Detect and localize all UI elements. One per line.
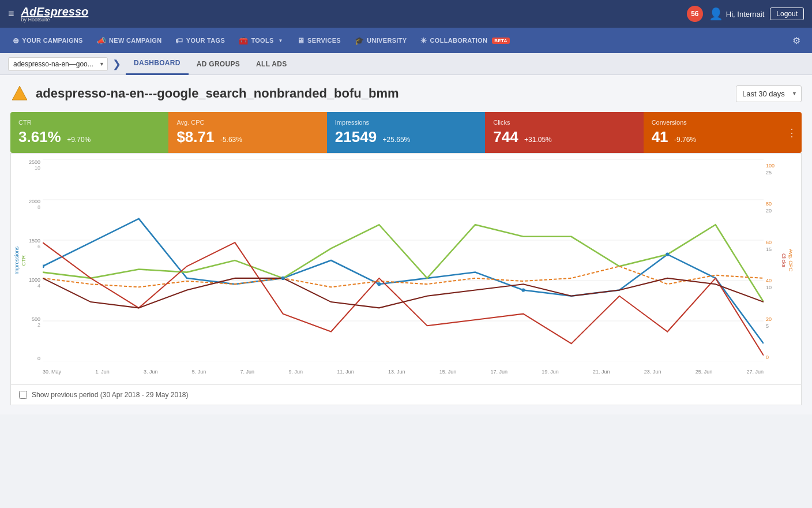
notification-badge[interactable]: 56	[687, 6, 703, 22]
metrics-bar: CTR 3.61% +9.70% Avg. CPC $8.71 -5.63% I…	[10, 112, 802, 153]
show-prev-checkbox[interactable]	[19, 391, 27, 399]
x-label-7: 13. Jun	[388, 369, 405, 375]
chart-svg	[43, 159, 764, 361]
metric-avg-cpc[interactable]: Avg. CPC $8.71 -5.63%	[168, 112, 326, 153]
campaign-title-row: adespresso-na-en---google_search_nonbran…	[10, 84, 802, 103]
y-label-clicks: Clicks	[781, 253, 787, 267]
nav-label-services: SERVICES	[307, 37, 341, 44]
metric-imp-label: Impressions	[335, 119, 477, 126]
top-navbar: ≡ AdEspresso by Hootsuite 56 👤 Hi, Inter…	[0, 0, 812, 28]
y-left-1500: 1500	[29, 238, 40, 244]
svg-marker-0	[12, 86, 27, 100]
y-left-0: 0	[37, 356, 40, 361]
chart-container: 2500 10 2000 8 1500 6 1000 4 500 2	[10, 153, 802, 385]
x-label-2: 3. Jun	[144, 369, 158, 375]
y-left-10: 10	[35, 165, 40, 171]
metric-conv-change: -9.76%	[674, 136, 696, 144]
x-label-9: 17. Jun	[491, 369, 508, 375]
x-label-5: 9. Jun	[288, 369, 303, 375]
metric-imp-change: +25.65%	[383, 136, 411, 144]
metric-ctr-change: +9.70%	[67, 136, 91, 144]
top-right: 56 👤 Hi, Internait Logout	[687, 6, 804, 22]
metric-clicks-label: Clicks	[493, 119, 635, 126]
logo-sub: by Hootsuite	[21, 17, 89, 23]
y-left-1000: 1000	[29, 277, 40, 283]
sidebar-item-collaboration[interactable]: ✳ COLLABORATION Beta	[413, 28, 516, 53]
x-label-0: 30. May	[43, 369, 61, 375]
tools-dropdown-icon: ▼	[279, 38, 283, 43]
y-left-500: 500	[32, 316, 40, 322]
ctr-line	[43, 242, 764, 356]
chart-wrapper: 2500 10 2000 8 1500 6 1000 4 500 2	[11, 159, 795, 379]
nav-label-tools: TOOLS	[251, 37, 273, 44]
hamburger-icon[interactable]: ≡	[8, 8, 14, 20]
y-right-100: 100	[766, 163, 775, 169]
y-label-ctr: CTR	[21, 255, 27, 266]
metric-clicks[interactable]: Clicks 744 +31.05%	[485, 112, 643, 153]
tab-ad-groups[interactable]: AD GROUPS	[189, 53, 248, 75]
second-navbar: ⊕ YOUR CAMPAIGNS 📣 NEW CAMPAIGN 🏷 YOUR T…	[0, 28, 812, 53]
sidebar-item-services[interactable]: 🖥 SERVICES	[290, 28, 348, 53]
campaigns-icon: ⊕	[13, 36, 19, 45]
show-prev-label[interactable]: Show previous period (30 Apr 2018 - 29 M…	[32, 391, 189, 399]
y-label-ctr-wrap: CTR	[20, 159, 27, 361]
tab-all-ads[interactable]: ALL ADS	[248, 53, 295, 75]
campaign-select[interactable]: adespresso-na-en—goo...	[8, 57, 108, 71]
sidebar-item-your-campaigns[interactable]: ⊕ YOUR CAMPAIGNS	[6, 28, 90, 53]
metric-conversions[interactable]: Conversions 41 -9.76%	[644, 112, 802, 153]
metric-ctr[interactable]: CTR 3.61% +9.70%	[10, 112, 168, 153]
y-left-4: 4	[37, 283, 40, 289]
x-label-4: 7. Jun	[240, 369, 255, 375]
metric-conv-label: Conversions	[652, 119, 794, 126]
metrics-more-button[interactable]: ⋮	[787, 126, 797, 139]
y-right-20: 20	[766, 316, 772, 322]
x-label-1: 1. Jun	[95, 369, 110, 375]
metric-ctr-value: 3.61%	[18, 128, 61, 145]
sidebar-item-university[interactable]: 🎓 UNIVERSITY	[348, 28, 413, 53]
svg-point-10	[377, 282, 381, 286]
breadcrumb-tabs: DASHBOARD AD GROUPS ALL ADS	[126, 53, 295, 75]
sidebar-item-tools[interactable]: 🧰 TOOLS ▼	[232, 28, 290, 53]
settings-gear-icon[interactable]: ⚙	[787, 35, 806, 46]
nav-label-campaigns: YOUR CAMPAIGNS	[22, 37, 82, 44]
x-label-12: 23. Jun	[644, 369, 661, 375]
beta-badge: Beta	[492, 38, 509, 44]
metric-cpc-value: $8.71	[176, 128, 214, 145]
y-right-0: 0	[766, 354, 769, 360]
metric-cpc-change: -5.63%	[220, 136, 242, 144]
y-left-2: 2	[37, 322, 40, 328]
logo-area: AdEspresso by Hootsuite	[21, 6, 89, 23]
y-label-impressions-wrap: Impressions	[13, 159, 20, 361]
sidebar-item-new-campaign[interactable]: 📣 NEW CAMPAIGN	[90, 28, 169, 53]
metric-cpc-label: Avg. CPC	[176, 119, 318, 126]
show-prev-row: Show previous period (30 Apr 2018 - 29 M…	[10, 385, 802, 405]
user-avatar-icon: 👤	[709, 7, 723, 21]
breadcrumb-bar: adespresso-na-en—goo... ❯ DASHBOARD AD G…	[0, 53, 812, 75]
tab-dashboard[interactable]: DASHBOARD	[126, 53, 189, 75]
y-label-cpc-wrap: Avg. CPC	[787, 159, 794, 361]
user-area: 👤 Hi, Internait	[709, 7, 764, 21]
x-label-6: 11. Jun	[337, 369, 354, 375]
collaboration-icon: ✳	[420, 36, 427, 45]
nav-label-tags: YOUR TAGS	[186, 37, 225, 44]
date-range-select-wrap[interactable]: Last 7 days Last 14 days Last 30 days La…	[736, 85, 802, 102]
nav-label-collaboration: COLLABORATION	[430, 37, 488, 44]
y-left-6: 6	[37, 244, 40, 249]
x-label-11: 21. Jun	[593, 369, 610, 375]
y-label-clicks-wrap: Clicks	[780, 159, 787, 361]
metric-impressions[interactable]: Impressions 21549 +25.65%	[327, 112, 485, 153]
logout-button[interactable]: Logout	[770, 8, 804, 20]
main-content: adespresso-na-en---google_search_nonbran…	[0, 75, 812, 414]
sidebar-item-your-tags[interactable]: 🏷 YOUR TAGS	[168, 28, 232, 53]
y-right-40: 40	[766, 278, 772, 283]
svg-point-11	[521, 288, 525, 292]
svg-point-9	[281, 277, 285, 280]
x-axis-labels: 30. May 1. Jun 3. Jun 5. Jun 7. Jun 9. J…	[43, 364, 764, 379]
new-campaign-icon: 📣	[97, 36, 106, 45]
logo-text[interactable]: AdEspresso	[21, 6, 89, 17]
date-range-select[interactable]: Last 7 days Last 14 days Last 30 days La…	[736, 85, 802, 102]
x-label-13: 25. Jun	[696, 369, 713, 375]
google-ads-icon	[10, 84, 29, 103]
campaign-select-wrap[interactable]: adespresso-na-en—goo...	[8, 57, 108, 71]
nav-label-university: UNIVERSITY	[367, 37, 407, 44]
